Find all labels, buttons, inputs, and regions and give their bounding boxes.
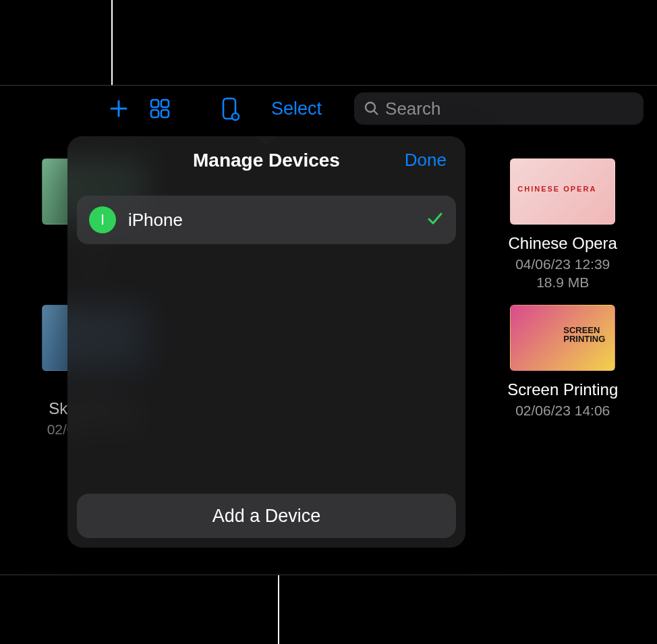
presentation-size: 18.9 MB: [536, 274, 589, 291]
add-device-button[interactable]: Add a Device: [77, 494, 456, 538]
search-input[interactable]: [385, 98, 634, 119]
browse-view-button[interactable]: [148, 97, 171, 120]
svg-line-9: [374, 111, 378, 115]
svg-rect-3: [161, 100, 169, 107]
done-button[interactable]: Done: [405, 150, 447, 171]
manage-devices-button[interactable]: [220, 96, 240, 121]
popover-title: Manage Devices: [77, 150, 456, 171]
search-icon: [364, 100, 380, 117]
presentation-date: 04/06/23 12:39: [515, 256, 610, 273]
svg-rect-4: [151, 110, 159, 117]
add-device-label: Add a Device: [212, 506, 321, 527]
presentation-thumbnail: [510, 158, 615, 225]
presentation-title: Screen Printing: [507, 380, 618, 399]
svg-rect-5: [161, 110, 169, 117]
search-field[interactable]: [354, 92, 644, 125]
presentation-thumbnail: [510, 305, 615, 371]
checkmark-icon: [426, 210, 444, 230]
new-presentation-button[interactable]: [108, 98, 130, 119]
device-row[interactable]: I iPhone: [77, 196, 456, 244]
device-name-label: iPhone: [128, 210, 414, 231]
presentation-title: Chinese Opera: [509, 234, 617, 253]
presentation-date: 02/06/23 14:06: [515, 402, 610, 419]
presentation-card[interactable]: Screen Printing 02/06/23 14:06: [492, 305, 635, 438]
device-avatar: I: [89, 206, 116, 233]
manage-devices-popover: Manage Devices Done I iPhone Add a Devic…: [67, 136, 465, 548]
presentation-card[interactable]: Chinese Opera 04/06/23 12:39 18.9 MB: [492, 158, 635, 291]
svg-rect-2: [151, 100, 159, 107]
toolbar: Select: [0, 86, 657, 131]
select-button[interactable]: Select: [271, 98, 322, 119]
svg-point-8: [366, 103, 375, 112]
